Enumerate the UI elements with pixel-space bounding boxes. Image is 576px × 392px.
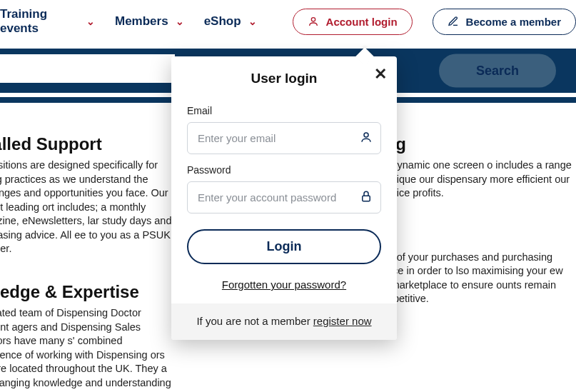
content-col-right: ring our dynamic one screen o includes a…: [374, 134, 577, 392]
nav-training-events[interactable]: Training events ⌄: [0, 7, 95, 36]
account-login-button[interactable]: Account login: [293, 9, 413, 35]
chevron-down-icon: ⌄: [176, 16, 184, 27]
password-field-wrap: [187, 181, 381, 213]
chevron-down-icon: ⌄: [248, 16, 257, 27]
block-body: lysis of your purchases and purchasing a…: [374, 251, 577, 306]
block-is: is lysis of your purchases and purchasin…: [374, 226, 577, 306]
edit-icon: [448, 16, 459, 27]
account-login-label: Account login: [326, 16, 398, 28]
user-icon: [360, 131, 373, 146]
popover-header: User login ✕: [171, 56, 397, 92]
email-label: Email: [187, 105, 381, 116]
popover-title: User login: [251, 71, 318, 86]
block-ring: ring our dynamic one screen o includes a…: [374, 134, 577, 201]
register-label: register now: [313, 315, 372, 327]
content-col-left: rivalled Support propositions are design…: [0, 134, 174, 392]
password-label: Password: [187, 164, 381, 176]
login-button-label: Login: [267, 239, 302, 253]
block-title: ring: [374, 134, 577, 154]
login-popover: User login ✕ Email Password Login F: [171, 56, 397, 340]
become-member-label: Become a member: [466, 16, 561, 28]
not-member-text: If you are not a member: [196, 315, 313, 327]
password-field[interactable]: [187, 181, 381, 213]
search-input[interactable]: [0, 54, 175, 83]
become-member-button[interactable]: Become a member: [433, 9, 576, 35]
search-button[interactable]: Search: [439, 54, 556, 88]
lock-icon: [360, 190, 373, 206]
block-title: rivalled Support: [0, 134, 174, 154]
nav-eshop[interactable]: eShop ⌄: [204, 14, 257, 29]
svg-rect-2: [363, 196, 370, 201]
user-icon: [308, 16, 319, 27]
forgot-password-link[interactable]: Forgotten your password?: [187, 278, 381, 291]
block-body: dedicated team of Dispensing Doctor Acco…: [0, 306, 174, 392]
popover-body: Email Password Login Forgotten your pass…: [171, 92, 397, 303]
svg-point-1: [364, 133, 368, 137]
email-field-wrap: [187, 122, 381, 154]
block-support: rivalled Support propositions are design…: [0, 134, 174, 256]
block-title: owledge & Expertise: [0, 282, 174, 302]
login-button[interactable]: Login: [187, 229, 381, 264]
block-knowledge: owledge & Expertise dedicated team of Di…: [0, 282, 174, 392]
register-link[interactable]: register now: [313, 315, 372, 327]
chevron-down-icon: ⌄: [86, 16, 95, 27]
nav-label: Members: [115, 14, 168, 29]
block-body: propositions are designed specifically f…: [0, 159, 174, 256]
close-icon[interactable]: ✕: [374, 66, 387, 82]
email-field[interactable]: [187, 122, 381, 154]
popover-footer: If you are not a member register now: [171, 303, 397, 340]
search-button-label: Search: [476, 64, 519, 78]
forgot-password-label: Forgotten your password?: [222, 278, 346, 291]
block-title: is: [374, 226, 577, 246]
nav-label: Training events: [0, 7, 79, 36]
block-body: our dynamic one screen o includes a rang…: [374, 159, 577, 201]
nav-members[interactable]: Members ⌄: [115, 14, 184, 29]
svg-point-0: [311, 18, 315, 21]
top-nav: Training events ⌄ Members ⌄ eShop ⌄ Acco…: [0, 0, 576, 49]
nav-label: eShop: [204, 14, 241, 29]
